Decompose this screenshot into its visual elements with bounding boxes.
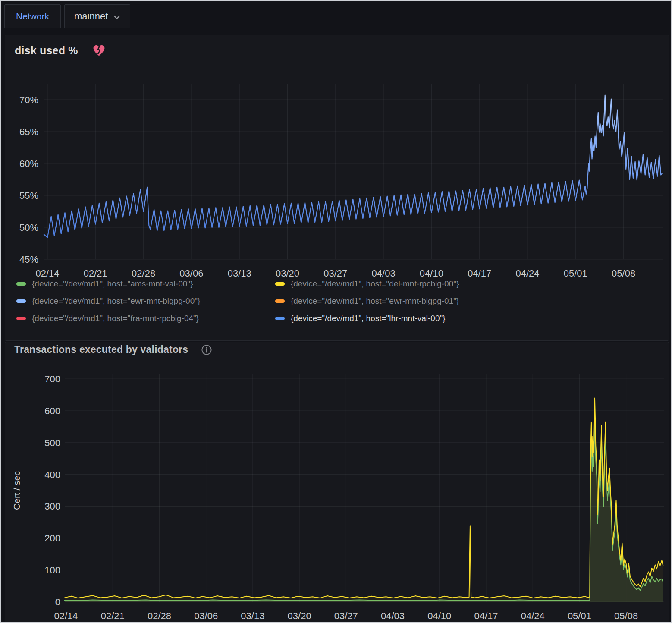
panel-transactions: Transactions executed by validators 0100… — [5, 342, 669, 623]
legend-item[interactable]: {device="/dev/md1", host="ewr-mnt-bigpg-… — [275, 296, 459, 306]
panel-disk-used-header: disk used % — [15, 44, 105, 57]
x-axis-tick-label: 04/24 — [515, 268, 539, 279]
legend-series-swatch — [16, 317, 26, 320]
panel-transactions-header: Transactions executed by validators — [14, 344, 212, 356]
legend-series-label[interactable]: {device="/dev/md1", host="fra-mnt-rpcbig… — [32, 314, 199, 323]
transactions-chart-canvas[interactable]: 010020030040050060070002/1402/2102/2803/… — [5, 342, 669, 623]
x-axis-tick-label: 03/27 — [334, 610, 358, 621]
legend-series-label[interactable]: {device="/dev/md1", host="del-mnt-rpcbig… — [291, 279, 459, 289]
x-axis-tick-label: 02/21 — [101, 610, 125, 621]
network-dropdown[interactable]: mainnet — [64, 4, 130, 28]
network-label: Network — [5, 11, 60, 22]
x-axis-tick-label: 04/03 — [372, 268, 396, 279]
y-axis-tick-label: 55% — [19, 190, 38, 201]
x-axis-tick-label: 04/10 — [420, 268, 443, 279]
series-line-yellow — [65, 398, 663, 598]
x-axis-tick-label: 02/14 — [35, 268, 59, 279]
x-axis-tick-label: 03/20 — [288, 610, 311, 621]
x-axis-tick-label: 03/06 — [194, 610, 218, 621]
legend-item[interactable]: {device="/dev/md1", host="del-mnt-rpcbig… — [275, 279, 459, 289]
x-axis-tick-label: 04/03 — [381, 610, 405, 621]
x-axis-tick-label: 03/13 — [228, 268, 251, 279]
x-axis-tick-label: 03/27 — [323, 268, 347, 279]
x-axis-tick-label: 02/21 — [84, 268, 107, 279]
x-axis-tick-label: 04/17 — [474, 610, 498, 621]
legend-item[interactable]: {device="/dev/md1", host="fra-mnt-rpcbig… — [16, 314, 275, 323]
legend-series-swatch — [275, 282, 285, 286]
legend-series-label[interactable]: {device="/dev/md1", host="ewr-mnt-bigpg-… — [291, 296, 459, 306]
y-axis-tick-label: 200 — [44, 533, 60, 544]
x-axis-tick-label: 04/24 — [521, 610, 545, 621]
x-axis-tick-label: 02/28 — [148, 610, 171, 621]
y-axis-tick-label: 60% — [19, 158, 38, 169]
legend-series-swatch — [275, 317, 285, 320]
x-axis-tick-label: 05/01 — [568, 610, 591, 621]
legend-series-swatch — [275, 299, 285, 303]
legend-series-label[interactable]: {device="/dev/md1", host="ams-mnt-val-00… — [32, 279, 193, 289]
series-area-yellow — [65, 398, 663, 602]
x-axis-tick-label: 05/08 — [612, 268, 635, 279]
x-axis-tick-label: 04/10 — [427, 610, 451, 621]
x-axis-tick-label: 03/20 — [276, 268, 299, 279]
y-axis-tick-label: 45% — [19, 254, 38, 265]
chevron-down-icon — [113, 15, 120, 19]
y-axis-tick-label: 600 — [44, 406, 60, 416]
network-dropdown-value[interactable]: mainnet — [74, 11, 108, 22]
panel-disk-used: disk used % 45%50%55%60%65%70%02/1402/21… — [5, 35, 669, 341]
y-axis-title: Cert / sec — [12, 471, 22, 510]
series-line-{device="/dev/md1", host="lhr-mnt-val-00"} — [44, 95, 662, 238]
y-axis-tick-label: 0 — [55, 597, 60, 607]
x-axis-tick-label: 02/14 — [54, 610, 78, 621]
legend-item[interactable]: {device="/dev/md1", host="ewr-mnt-bigpg-… — [16, 296, 275, 306]
broken-heart-icon — [93, 45, 105, 57]
panel-title-transactions[interactable]: Transactions executed by validators — [14, 344, 188, 356]
legend-series-label[interactable]: {device="/dev/md1", host="lhr-mnt-val-00… — [291, 314, 446, 323]
dashboard: Network mainnet disk used % 45%50%55%60%… — [0, 0, 672, 623]
x-axis-tick-label: 05/08 — [614, 610, 638, 621]
legend-series-swatch — [16, 282, 26, 286]
x-axis-tick-label: 02/28 — [132, 268, 155, 279]
x-axis-tick-label: 05/01 — [564, 268, 587, 279]
variable-bar: Network mainnet — [4, 4, 130, 28]
y-axis-tick-label: 65% — [19, 126, 38, 137]
x-axis-tick-label: 04/17 — [468, 268, 491, 279]
series-area-green — [65, 415, 663, 602]
legend-item[interactable]: {device="/dev/md1", host="lhr-mnt-val-00… — [275, 314, 459, 323]
disk-used-legend: {device="/dev/md1", host="ams-mnt-val-00… — [16, 279, 459, 323]
x-axis-tick-label: 03/06 — [179, 268, 203, 279]
legend-item[interactable]: {device="/dev/md1", host="ams-mnt-val-00… — [16, 279, 275, 289]
y-axis-tick-label: 50% — [19, 222, 38, 233]
y-axis-tick-label: 500 — [44, 437, 60, 448]
y-axis-tick-label: 70% — [19, 94, 38, 105]
x-axis-tick-label: 03/13 — [241, 610, 264, 621]
series-line-green — [65, 415, 663, 601]
info-icon[interactable] — [201, 344, 212, 356]
network-variable-label: Network — [4, 4, 61, 28]
y-axis-tick-label: 700 — [44, 374, 60, 384]
y-axis-tick-label: 100 — [44, 565, 60, 576]
y-axis-tick-label: 400 — [44, 469, 60, 480]
panel-title-disk-used[interactable]: disk used % — [15, 44, 78, 57]
legend-series-label[interactable]: {device="/dev/md1", host="ewr-mnt-bigpg-… — [32, 296, 200, 306]
y-axis-tick-label: 300 — [44, 501, 60, 512]
legend-series-swatch — [16, 299, 26, 303]
